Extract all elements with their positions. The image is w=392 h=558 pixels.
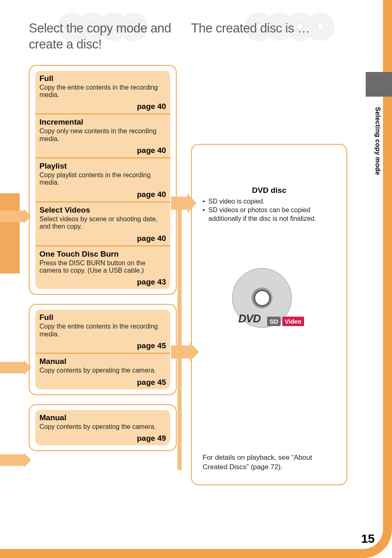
copy-mode-item[interactable]: ManualCopy contents by operating the cam… <box>35 353 170 389</box>
copy-mode-title: Manual <box>39 413 166 422</box>
left-edge-block <box>0 193 20 273</box>
side-tab <box>366 72 392 97</box>
dvd-text-label: DVD <box>238 313 261 325</box>
arrow-icon <box>0 362 24 373</box>
copy-mode-item[interactable]: One Touch Disc BurnPress the DISC BURN b… <box>35 245 170 289</box>
connector-line <box>178 197 182 470</box>
copy-mode-item[interactable]: IncrementalCopy only new contents in the… <box>35 113 170 157</box>
disc-bullet-list: SD video is copied.SD videos or photos c… <box>203 197 336 223</box>
copy-mode-title: Playlist <box>39 162 166 171</box>
dvd-illustration: DVD SD Video <box>232 268 306 338</box>
copy-mode-page-ref: page 45 <box>39 378 166 387</box>
created-disc-box: DVD disc SD video is copied.SD videos or… <box>191 144 347 485</box>
copy-mode-desc: Press the DISC BURN button on the camera… <box>39 259 166 275</box>
disc-bullet: SD videos or photos can be copied additi… <box>203 206 336 223</box>
right-column-title: The created disc is … <box>191 21 351 37</box>
side-section-label: Selecting copy mode <box>374 107 381 175</box>
sd-tag: SD <box>267 317 281 326</box>
copy-mode-group: FullCopy the entire contents in the reco… <box>29 65 177 295</box>
copy-mode-desc: Copy the entire contents in the recordin… <box>39 84 166 99</box>
copy-mode-item[interactable]: Select VideosSelect videos by scene or s… <box>35 201 170 245</box>
copy-mode-desc: Copy the entire contents in the recordin… <box>39 323 166 338</box>
video-tag: Video <box>282 317 304 326</box>
copy-mode-desc: Copy playlist contents in the recording … <box>39 171 166 187</box>
copy-mode-item[interactable]: FullCopy the entire contents in the reco… <box>35 310 170 353</box>
disc-bullet: SD video is copied. <box>203 197 336 206</box>
copy-mode-page-ref: page 49 <box>39 434 166 443</box>
copy-mode-title: Select Videos <box>39 206 166 215</box>
copy-mode-page-ref: page 45 <box>39 341 166 350</box>
copy-mode-title: Incremental <box>39 118 166 127</box>
copy-mode-desc: Select videos by scene or shooting date,… <box>39 215 166 231</box>
page-number: 15 <box>361 532 375 546</box>
copy-mode-page-ref: page 40 <box>39 102 166 111</box>
copy-mode-group: ManualCopy contents by operating the cam… <box>29 404 177 451</box>
arrow-icon <box>0 454 24 466</box>
copy-mode-title: One Touch Disc Burn <box>39 250 166 259</box>
left-column: Select the copy mode and create a disc! … <box>29 21 177 460</box>
copy-mode-page-ref: page 40 <box>39 190 166 199</box>
copy-mode-item[interactable]: FullCopy the entire contents in the reco… <box>35 71 170 114</box>
copy-mode-page-ref: page 40 <box>39 146 166 155</box>
copy-mode-item[interactable]: PlaylistCopy playlist contents in the re… <box>35 157 170 201</box>
disc-footnote: For details on playback, see “About Crea… <box>203 453 336 472</box>
right-column: The created disc is … DVD disc SD video … <box>191 21 351 37</box>
copy-mode-desc: Copy contents by operating the camera. <box>39 423 166 431</box>
copy-mode-group: FullCopy the entire contents in the reco… <box>29 304 177 395</box>
disc-heading: DVD disc <box>203 186 336 195</box>
arrow-icon <box>171 345 190 359</box>
copy-mode-page-ref: page 43 <box>39 278 166 287</box>
left-column-title: Select the copy mode and create a disc! <box>29 21 177 53</box>
arrow-icon <box>0 211 24 222</box>
copy-mode-item[interactable]: ManualCopy contents by operating the cam… <box>35 410 170 445</box>
copy-mode-title: Manual <box>39 357 166 366</box>
copy-mode-title: Full <box>39 74 166 83</box>
copy-mode-page-ref: page 40 <box>39 234 166 243</box>
copy-mode-desc: Copy only new contents in the recording … <box>39 127 166 143</box>
copy-mode-title: Full <box>39 313 166 322</box>
copy-mode-desc: Copy contents by operating the camera. <box>39 367 166 374</box>
